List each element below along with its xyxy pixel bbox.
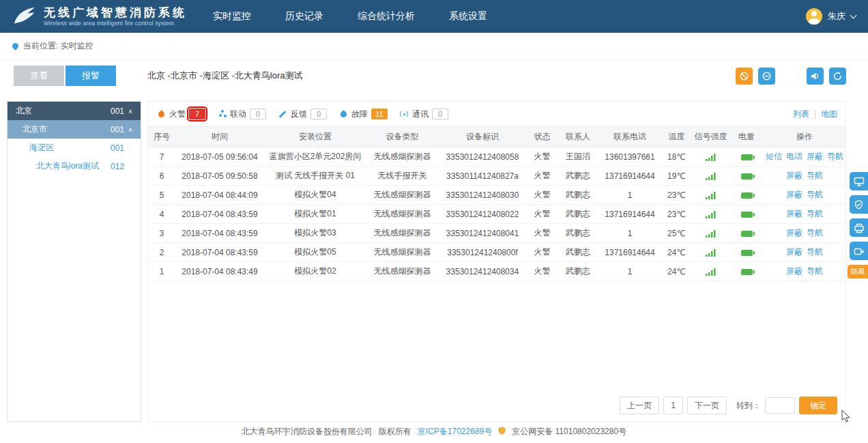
row-status: 火警 [527, 186, 558, 205]
action-link[interactable]: 屏蔽 [786, 247, 802, 257]
nav-item[interactable]: 实时监控 [213, 10, 251, 23]
filter-item[interactable]: 故障11 [338, 109, 388, 120]
row-location: 模拟火警04 [264, 186, 366, 205]
hide-toolbar-tag[interactable]: 隐藏 [848, 265, 868, 278]
chevron-down-icon [850, 12, 857, 18]
filter-count-badge: 0 [432, 109, 448, 119]
filter-count-badge: 0 [310, 109, 327, 119]
action-link[interactable]: 屏蔽 [786, 190, 802, 199]
tab-row: 查看 报警 北京 -北京市 -海淀区 -北大青鸟lora测试 [0, 66, 868, 86]
filter-item[interactable]: 反馈0 [278, 109, 327, 120]
row-phone: 1 [598, 262, 661, 281]
filter-item[interactable]: 联动0 [217, 109, 266, 120]
battery-icon [741, 154, 753, 160]
action-link[interactable]: 屏蔽 [786, 228, 802, 238]
tree-item[interactable]: 北京001∧ [8, 102, 141, 120]
nav-item[interactable]: 系统设置 [449, 10, 487, 23]
action-link[interactable]: 导航 [807, 190, 823, 199]
battery-icon [741, 231, 753, 237]
action-link[interactable]: 导航 [827, 152, 843, 161]
table-row: 42018-07-04 08:43:59模拟火警01无线感烟探测器3353012… [148, 205, 845, 224]
row-device-id: 335301241240800f [438, 243, 527, 262]
filter-item[interactable]: 火警7 [156, 109, 205, 120]
action-link[interactable]: 电话 [786, 152, 802, 161]
view-list-link[interactable]: 列表 [793, 109, 809, 120]
row-battery [729, 205, 764, 224]
row-no: 2 [148, 243, 175, 262]
action-link[interactable]: 导航 [807, 228, 823, 238]
row-battery [729, 243, 764, 262]
tree-item-count: 001 [111, 125, 124, 134]
user-menu[interactable]: 朱庆 [806, 8, 856, 25]
tree-item[interactable]: 海淀区001 [8, 139, 141, 157]
row-location: 蓝旗营小区2单元202房间 [264, 147, 366, 167]
row-battery [729, 186, 764, 205]
tab-alarm[interactable]: 报警 [66, 66, 116, 86]
app-title: 无线广域智慧消防系统 [44, 6, 187, 20]
alarm-table: 序号时间安装位置设备类型设备标识状态联系人联系电话温度信号强度电量操作 7201… [148, 126, 845, 281]
speaker-button[interactable] [807, 68, 824, 85]
police-badge-icon [498, 427, 506, 437]
row-device-id: 3353012412408034 [438, 262, 527, 281]
refresh-button[interactable] [829, 68, 846, 85]
filter-item[interactable]: 通讯0 [399, 109, 448, 120]
linkage-icon [217, 109, 227, 119]
tree-item-label: 海淀区 [29, 142, 54, 154]
action-link[interactable]: 屏蔽 [807, 152, 823, 161]
row-time: 2018-07-04 08:43:59 [175, 205, 264, 224]
camera-button[interactable] [850, 242, 868, 260]
tab-view[interactable]: 查看 [14, 66, 64, 86]
action-link[interactable]: 导航 [807, 266, 823, 276]
page-number-button[interactable]: 1 [663, 397, 683, 414]
next-page-button[interactable]: 下一页 [687, 397, 727, 414]
action-link[interactable]: 短信 [766, 152, 782, 161]
row-status: 火警 [527, 205, 558, 224]
filter-bar: 火警7联动0反馈0故障11通讯0 列表 | 地图 [148, 102, 845, 126]
view-map-link[interactable]: 地图 [821, 109, 837, 120]
tree-item[interactable]: 北京市001∧ [8, 120, 141, 139]
confirm-button[interactable]: 确定 [799, 397, 837, 414]
tree-item-label: 北大青鸟lora测试 [36, 160, 99, 172]
action-link[interactable]: 导航 [807, 209, 823, 218]
column-header: 信号强度 [692, 127, 729, 147]
row-temperature: 24℃ [661, 243, 692, 262]
row-time: 2018-07-05 09:50:58 [175, 167, 264, 186]
nav-item[interactable]: 历史记录 [285, 10, 323, 23]
nav-item[interactable]: 综合统计分析 [358, 10, 415, 23]
filter-label: 火警 [169, 109, 186, 120]
icp-link[interactable]: 京ICP备17022689号 [418, 426, 492, 438]
row-status: 火警 [527, 224, 558, 243]
action-link[interactable]: 屏蔽 [786, 266, 802, 276]
action-link[interactable]: 导航 [807, 171, 823, 180]
alarm-panel: 火警7联动0反馈0故障11通讯0 列表 | 地图 序号时间安装位置设备类型设备标… [147, 101, 846, 422]
column-header: 联系人 [558, 127, 598, 147]
printer-device-button[interactable] [850, 218, 868, 237]
action-link[interactable]: 导航 [807, 247, 823, 257]
pagination: 上一页 1 下一页 转到： 确定 [620, 397, 837, 414]
row-device-type: 无线感烟探测器 [366, 186, 438, 205]
logo-text: 无线广域智慧消防系统 Wireless wide area intelligen… [44, 6, 187, 27]
battery-icon [741, 269, 753, 275]
monitor-button[interactable] [850, 172, 868, 190]
table-row: 52018-07-04 08:44:09模拟火警04无线感烟探测器3353012… [148, 186, 845, 205]
security-shield-button[interactable] [850, 195, 868, 214]
prev-page-button[interactable]: 上一页 [620, 397, 659, 414]
logo-icon [12, 5, 37, 28]
table-row: 72018-07-05 09:56:04蓝旗营小区2单元202房间无线感烟探测器… [148, 147, 845, 167]
action-link[interactable]: 屏蔽 [786, 209, 802, 218]
row-actions: 屏蔽导航 [764, 205, 845, 224]
minimize-alarm-button[interactable] [758, 68, 775, 85]
tree-item-count: 001 [111, 143, 124, 153]
app-subtitle: Wireless wide area intelligent fire cont… [44, 20, 187, 27]
view-switch-divider: | [814, 109, 816, 119]
row-phone: 1 [598, 186, 661, 205]
goto-page-input[interactable] [765, 397, 795, 414]
row-contact: 武鹏志 [558, 167, 598, 186]
app-header: 无线广域智慧消防系统 Wireless wide area intelligen… [0, 0, 868, 33]
mute-alarm-button[interactable] [736, 68, 753, 85]
action-link[interactable]: 屏蔽 [786, 171, 802, 180]
filter-label: 故障 [351, 109, 368, 120]
tree-item[interactable]: 北大青鸟lora测试012 [8, 157, 141, 175]
column-header: 设备类型 [366, 127, 438, 147]
column-header: 操作 [764, 127, 845, 147]
